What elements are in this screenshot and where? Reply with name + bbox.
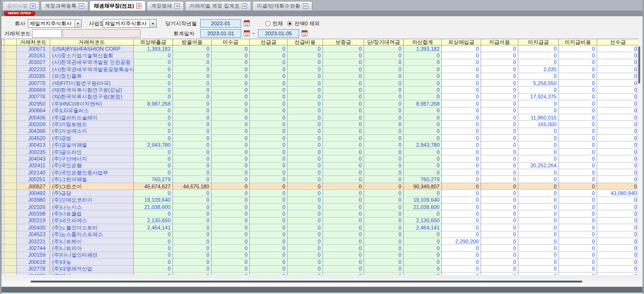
amount-cell[interactable]: 0 xyxy=(597,66,639,73)
amount-cell[interactable]: 0 xyxy=(597,128,639,134)
amount-cell[interactable]: 0 xyxy=(597,79,639,86)
amount-cell[interactable]: 0 xyxy=(481,265,518,272)
amount-cell[interactable]: 0 xyxy=(250,251,288,258)
amount-cell[interactable]: 0 xyxy=(481,259,518,265)
row-selector[interactable] xyxy=(4,196,17,203)
vendor-code-cell[interactable]: J00298 xyxy=(17,210,50,217)
amount-cell[interactable]: 0 xyxy=(288,73,323,79)
row-selector[interactable] xyxy=(4,176,17,183)
amount-cell[interactable]: 0 xyxy=(481,142,518,148)
amount-cell[interactable]: 2,035 xyxy=(518,66,559,73)
amount-cell[interactable]: 0 xyxy=(559,135,597,142)
vendor-name-cell[interactable]: (주)대농 xyxy=(50,259,134,265)
amount-cell[interactable]: 0 xyxy=(323,217,364,224)
amount-cell[interactable]: 0 xyxy=(597,238,639,244)
amount-cell[interactable]: 0 xyxy=(404,52,442,59)
amount-cell[interactable]: 0 xyxy=(212,190,250,196)
amount-cell[interactable]: 0 xyxy=(481,210,518,217)
amount-cell[interactable]: 0 xyxy=(323,251,364,258)
vendor-name-cell[interactable]: (주)갤러리드슬레이 xyxy=(50,114,134,120)
close-icon[interactable]: × xyxy=(242,3,247,9)
amount-cell[interactable]: 0 xyxy=(442,203,481,210)
vendor-name-input[interactable] xyxy=(63,29,140,38)
amount-cell[interactable]: 0 xyxy=(481,224,518,231)
vertical-scrollbar[interactable] xyxy=(637,45,641,274)
vendor-name-cell[interactable]: (주)대명레저산업 xyxy=(50,265,134,272)
column-header[interactable]: 거래처코드 xyxy=(50,39,134,45)
amount-cell[interactable]: 0 xyxy=(559,190,597,196)
amount-cell[interactable]: 0 xyxy=(518,238,559,244)
amount-cell[interactable]: 0 xyxy=(288,59,323,65)
amount-cell[interactable]: 0 xyxy=(364,183,404,189)
amount-cell[interactable]: 0 xyxy=(559,162,597,169)
amount-cell[interactable]: 0 xyxy=(288,224,323,231)
vendor-code-cell[interactable]: J04396 xyxy=(17,128,50,134)
amount-cell[interactable]: 0 xyxy=(481,169,518,176)
vendor-name-cell[interactable]: (사)한국관세무역개발원공항특송사무소 xyxy=(50,66,134,73)
vendor-name-cell[interactable]: (주)HNC(에이치앤씨) xyxy=(50,100,134,107)
amount-cell[interactable]: 0 xyxy=(212,52,250,59)
amount-cell[interactable]: 0 xyxy=(250,245,288,251)
tab-4[interactable]: 계정명세× xyxy=(147,1,184,11)
row-selector[interactable] xyxy=(4,169,17,176)
row-selector[interactable] xyxy=(4,87,17,93)
amount-cell[interactable]: 0 xyxy=(559,231,597,238)
close-icon[interactable]: × xyxy=(303,3,308,9)
vendor-name-cell[interactable]: (주)거성에스지 xyxy=(50,128,134,134)
amount-cell[interactable]: 0 xyxy=(212,265,250,272)
amount-cell[interactable]: 0 xyxy=(134,169,173,176)
amount-cell[interactable]: 0 xyxy=(323,162,364,169)
table-row[interactable]: J02950(주)HNC(에이치앤씨)8,987,2680000008,987,… xyxy=(2,100,639,107)
vendor-name-cell[interactable]: (주)거림트렌드 xyxy=(50,121,134,128)
amount-cell[interactable]: 0 xyxy=(404,231,442,238)
amount-cell[interactable]: 0 xyxy=(481,121,518,128)
vendor-name-cell[interactable]: (주)대성 xyxy=(50,272,134,275)
row-selector[interactable] xyxy=(4,224,17,231)
amount-cell[interactable]: 0 xyxy=(481,162,518,169)
table-row[interactable]: J04396(주)거성에스지0000000000000 xyxy=(2,128,639,134)
amount-cell[interactable]: 0 xyxy=(250,100,288,107)
amount-cell[interactable]: 0 xyxy=(250,217,288,224)
amount-cell[interactable]: 0 xyxy=(404,155,442,162)
amount-cell[interactable]: 0 xyxy=(323,93,364,100)
amount-cell[interactable]: 0 xyxy=(364,121,404,128)
table-row[interactable]: J00527(주)그린조이45,674,62744,675,1800000090… xyxy=(2,183,639,189)
vendor-code-cell[interactable]: J00413 xyxy=(17,142,50,148)
amount-cell[interactable]: 0 xyxy=(364,265,404,272)
amount-cell[interactable]: 0 xyxy=(250,142,288,148)
amount-cell[interactable]: 0 xyxy=(559,245,597,251)
amount-cell[interactable]: 0 xyxy=(597,135,639,142)
amount-cell[interactable]: 0 xyxy=(442,73,481,79)
amount-cell[interactable]: 0 xyxy=(212,196,250,203)
amount-cell[interactable]: 0 xyxy=(134,52,173,59)
amount-cell[interactable]: 0 xyxy=(404,169,442,176)
amount-cell[interactable]: 0 xyxy=(442,259,481,265)
close-icon[interactable]: × xyxy=(30,3,35,9)
amount-cell[interactable]: 0 xyxy=(288,128,323,134)
amount-cell[interactable]: 0 xyxy=(364,217,404,224)
row-selector[interactable] xyxy=(4,217,17,224)
amount-cell[interactable]: 0 xyxy=(288,190,323,196)
amount-cell[interactable]: 19,109,640 xyxy=(134,196,173,203)
amount-cell[interactable]: 0 xyxy=(173,259,212,265)
amount-cell[interactable]: 0 xyxy=(134,272,173,275)
amount-cell[interactable]: 0 xyxy=(442,176,481,183)
amount-cell[interactable]: 0 xyxy=(559,128,597,134)
vendor-code-cell[interactable]: J04043 xyxy=(17,155,50,162)
table-row[interactable]: J00430(주)노블인더스트리2,464,1410000002,464,141… xyxy=(2,224,639,231)
amount-cell[interactable]: 0 xyxy=(364,272,404,275)
amount-cell[interactable]: 0 xyxy=(597,245,639,251)
amount-cell[interactable]: 11,860,015 xyxy=(518,114,559,120)
amount-cell[interactable]: 0 xyxy=(404,251,442,258)
amount-cell[interactable]: 44,675,180 xyxy=(173,183,212,189)
amount-cell[interactable]: 0 xyxy=(364,196,404,203)
amount-cell[interactable]: 0 xyxy=(250,203,288,210)
amount-cell[interactable]: 0 xyxy=(442,59,481,65)
amount-cell[interactable]: 0 xyxy=(323,79,364,86)
amount-cell[interactable]: 0 xyxy=(442,100,481,107)
amount-cell[interactable]: 0 xyxy=(212,148,250,155)
amount-cell[interactable]: 0 xyxy=(212,176,250,183)
amount-cell[interactable]: 0 xyxy=(364,210,404,217)
amount-cell[interactable]: 0 xyxy=(323,87,364,93)
amount-cell[interactable]: 0 xyxy=(173,128,212,134)
